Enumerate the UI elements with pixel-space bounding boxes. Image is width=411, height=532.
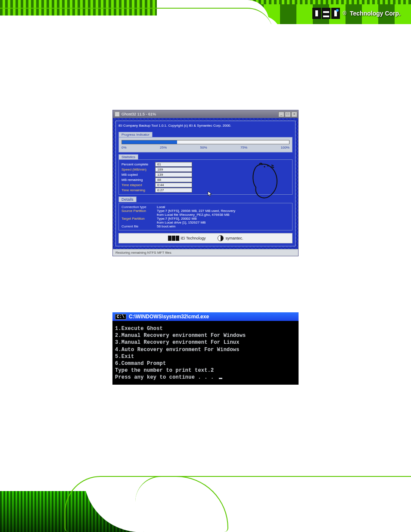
app-icon bbox=[115, 112, 120, 117]
cmd-line-8: Press any key to continue . . . bbox=[115, 374, 296, 381]
ghost-window: Ghost32 11.5 - 61% _ □ × iEi Company Bac… bbox=[112, 110, 299, 256]
close-button[interactable]: × bbox=[291, 112, 297, 117]
logo-tile-icon bbox=[176, 236, 179, 241]
detail-source: Source Partition Type:7 [NTFS], 28936 MB… bbox=[121, 209, 290, 213]
cmd-line-7: Type the number to print text.2 bbox=[115, 367, 296, 374]
header-decorative-band: ® Technology Corp. bbox=[0, 0, 411, 56]
detail-source-value2: from Local file \Recovery_PE2.gho, 47693… bbox=[157, 213, 230, 217]
logo-tile-i-icon bbox=[312, 8, 321, 19]
ghost-mascot-icon bbox=[250, 162, 284, 200]
stat-value-time-remaining: 0:27 bbox=[155, 188, 192, 193]
header-white-fill bbox=[0, 24, 411, 59]
footer-green-outline bbox=[135, 476, 411, 502]
svg-point-0 bbox=[264, 166, 265, 167]
iei-logo-tiles-icon bbox=[168, 236, 179, 241]
symantec-logo-text: symantec. bbox=[225, 236, 243, 240]
details-section-label: Details bbox=[118, 196, 137, 202]
symantec-icon bbox=[218, 235, 224, 241]
detail-target-spacer bbox=[121, 221, 157, 224]
detail-source-cont: from Local file \Recovery_PE2.gho, 47693… bbox=[121, 213, 290, 217]
progress-section: Progress Indicator 0% 25% 50% 75% 100% bbox=[118, 132, 293, 152]
svg-point-1 bbox=[267, 165, 268, 166]
cmd-window: C:\ C:\WINDOWS\system32\cmd.exe 1.Execut… bbox=[112, 312, 299, 385]
brand-name-text: Technology Corp. bbox=[350, 10, 401, 17]
cmd-line-8-text: Press any key to continue . . . bbox=[115, 374, 217, 380]
detail-target-value2: from Local drive [1], 152627 MB bbox=[157, 221, 206, 224]
details-body: Connection type Local Source Partition T… bbox=[118, 203, 293, 230]
stat-label-time-remaining: Time remaining bbox=[121, 188, 155, 192]
details-section: Details Connection type Local Source Par… bbox=[118, 196, 293, 230]
progress-section-body: 0% 25% 50% 75% 100% bbox=[118, 137, 293, 152]
axis-100: 100% bbox=[280, 146, 289, 149]
stat-label-remaining: MB remaining bbox=[121, 178, 155, 182]
stat-value-copied: 139 bbox=[155, 172, 192, 177]
cmd-title-icon: C:\ bbox=[115, 314, 126, 320]
detail-conn-type-label: Connection type bbox=[121, 205, 157, 209]
ghost-window-title: Ghost32 11.5 - 61% bbox=[121, 112, 156, 116]
stat-label-speed: Speed (MB/min) bbox=[121, 168, 155, 171]
axis-0: 0% bbox=[121, 146, 127, 149]
detail-conn-type: Connection type Local bbox=[121, 205, 290, 209]
brand-logo-tiles bbox=[312, 8, 340, 19]
detail-source-label: Source Partition bbox=[121, 209, 157, 213]
iei-logo: iEi Technology bbox=[168, 236, 206, 241]
ghost-inner-title: iEi Company Backup Tool 1.0.1. Copyright… bbox=[118, 123, 293, 130]
detail-target-cont: from Local drive [1], 152627 MB bbox=[121, 221, 290, 224]
mouse-cursor-icon bbox=[208, 191, 212, 197]
detail-source-spacer bbox=[121, 213, 157, 217]
detail-target-label: Target Partition bbox=[121, 217, 157, 221]
ghost-body: iEi Company Backup Tool 1.0.1. Copyright… bbox=[113, 118, 298, 249]
axis-75: 75% bbox=[240, 146, 247, 149]
stats-section: Statistics Percent complete 61 Speed (MB… bbox=[118, 154, 293, 195]
cmd-text-cursor-icon bbox=[219, 378, 222, 379]
detail-conn-type-value: Local bbox=[157, 205, 165, 209]
logo-tile-icon bbox=[172, 236, 175, 241]
maximize-button[interactable]: □ bbox=[285, 112, 291, 117]
brand-logo: ® Technology Corp. bbox=[312, 8, 401, 19]
footer-decorative-band bbox=[0, 476, 411, 532]
detail-target: Target Partition Type:7 [NTFS], 20002 MB bbox=[121, 217, 290, 221]
progress-bar bbox=[121, 140, 290, 144]
cmd-line-5: 5.Exit bbox=[115, 353, 296, 360]
ghost-statusbar: Restoring remaining NTFS MFT files bbox=[113, 249, 298, 256]
iei-logo-text: iEi Technology bbox=[181, 236, 206, 240]
logo-tile-icon bbox=[168, 236, 171, 241]
ghost-titlebar: Ghost32 11.5 - 61% _ □ × bbox=[113, 110, 298, 118]
cmd-titlebar: C:\ C:\WINDOWS\system32\cmd.exe bbox=[112, 312, 299, 321]
detail-target-value1: Type:7 [NTFS], 20002 MB bbox=[157, 217, 196, 221]
stat-value-remaining: 88 bbox=[155, 177, 192, 182]
symantec-logo: symantec. bbox=[218, 235, 243, 241]
cmd-line-6: 6.Command Prompt bbox=[115, 360, 296, 367]
stat-label-percent: Percent complete bbox=[121, 162, 155, 166]
stats-section-label: Statistics bbox=[118, 154, 138, 159]
stats-body: Percent complete 61 Speed (MB/min) 189 M… bbox=[118, 159, 293, 195]
cmd-window-figure: C:\ C:\WINDOWS\system32\cmd.exe 1.Execut… bbox=[112, 312, 299, 385]
detail-source-value1: Type:7 [NTFS], 28936 MB, 227 MB used, Re… bbox=[157, 209, 235, 213]
stat-label-elapsed: Time elapsed bbox=[121, 183, 155, 187]
detail-current-file-value: 58 boot.wim bbox=[157, 224, 175, 228]
cmd-line-4: 4.Auto Recovery environment For Windows bbox=[115, 346, 296, 353]
ghost-inner-frame: iEi Company Backup Tool 1.0.1. Copyright… bbox=[115, 121, 296, 246]
axis-25: 25% bbox=[160, 146, 167, 149]
minimize-button[interactable]: _ bbox=[278, 112, 284, 117]
stat-value-speed: 189 bbox=[155, 167, 192, 172]
progress-section-label: Progress Indicator bbox=[118, 132, 153, 137]
ghost-window-controls: _ □ × bbox=[278, 112, 297, 117]
detail-current-file: Current file 58 boot.wim bbox=[121, 224, 290, 228]
cmd-title-path: C:\WINDOWS\system32\cmd.exe bbox=[129, 314, 209, 320]
detail-current-file-label: Current file bbox=[121, 224, 157, 228]
progress-axis-labels: 0% 25% 50% 75% 100% bbox=[121, 146, 290, 149]
cmd-line-2: 2.Manual Recovery environment For Window… bbox=[115, 332, 296, 339]
ghost-titlebar-left: Ghost32 11.5 - 61% bbox=[115, 112, 156, 117]
brand-registered-symbol: ® bbox=[342, 10, 346, 16]
stat-value-percent: 61 bbox=[155, 162, 192, 167]
cmd-line-1: 1.Execute Ghost bbox=[115, 325, 296, 332]
logo-tile-i2-icon bbox=[331, 8, 340, 19]
page-content: Ghost32 11.5 - 61% _ □ × iEi Company Bac… bbox=[0, 110, 411, 385]
content-spacer bbox=[0, 256, 411, 312]
cmd-line-3: 3.Manual Recovery environment For Linux bbox=[115, 339, 296, 346]
cmd-body[interactable]: 1.Execute Ghost 2.Manual Recovery enviro… bbox=[112, 321, 299, 385]
axis-50: 50% bbox=[200, 146, 207, 149]
logo-tile-e-icon bbox=[322, 8, 330, 19]
stat-label-copied: MB copied bbox=[121, 173, 155, 177]
